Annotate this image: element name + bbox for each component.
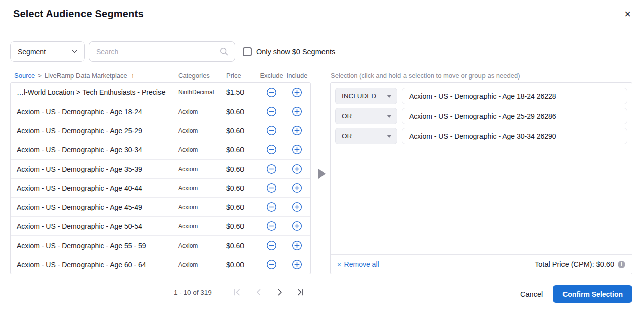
include-plus-circle-icon[interactable] [292,125,302,136]
table-row: Acxiom - US - Demographic - Age 60 - 64 … [11,255,310,274]
table-row: Acxiom - US - Demographic - Age 50-54 Ac… [11,216,310,235]
segment-category: Acxiom [177,127,223,134]
breadcrumb-source-link[interactable]: Source [14,72,35,80]
segment-name: Acxiom - US - Demographic - Age 45-49 [11,203,177,211]
segment-name: Acxiom - US - Demographic - Age 40-44 [11,184,177,192]
search-input[interactable] [96,48,220,56]
segment-category: Acxiom [177,261,223,268]
operator-dropdown[interactable]: INCLUDED [335,88,397,104]
chevron-down-icon [72,50,77,53]
segment-type-dropdown[interactable]: Segment [10,41,85,62]
include-plus-circle-icon[interactable] [292,202,302,212]
include-plus-circle-icon[interactable] [292,183,302,193]
include-plus-circle-icon[interactable] [292,240,302,251]
segment-category: Acxiom [177,185,223,192]
total-price-label: Total Price (CPM): $0.60 [535,260,614,268]
column-header-include: Include [284,72,310,80]
search-icon [220,47,228,56]
operator-dropdown[interactable]: OR [335,108,397,124]
segment-name: Acxiom - US - Demographic - Age 50-54 [11,222,177,230]
exclude-minus-circle-icon[interactable] [266,240,277,251]
exclude-minus-circle-icon[interactable] [266,106,277,117]
selection-list: INCLUDED Acxiom - US - Demographic - Age… [335,88,627,144]
transfer-arrow-icon [318,169,326,179]
first-page-icon[interactable] [227,288,248,296]
segment-type-dropdown-value: Segment [18,48,46,56]
segment-price: $0.60 [223,242,259,250]
segments-table: …l-World Location > Tech Enthusiasts - P… [10,82,311,274]
operator-dropdown-value: OR [342,112,352,120]
segment-name: …l-World Location > Tech Enthusiasts - P… [11,88,177,96]
table-row: Acxiom - US - Demographic - Age 40-44 Ac… [11,178,310,197]
exclude-minus-circle-icon[interactable] [266,202,277,212]
next-page-icon[interactable] [269,288,290,296]
last-page-icon[interactable] [290,288,311,296]
selection-panel: INCLUDED Acxiom - US - Demographic - Age… [330,82,632,274]
segment-category: Acxiom [177,108,223,115]
selected-segment[interactable]: Acxiom - US - Demographic - Age 30-34 26… [402,128,627,144]
breadcrumb-path: LiveRamp Data Marketplace [45,72,127,80]
include-plus-circle-icon[interactable] [292,144,302,155]
segment-price: $0.60 [223,165,259,173]
operator-dropdown[interactable]: OR [335,128,397,144]
include-plus-circle-icon[interactable] [292,106,302,117]
exclude-minus-circle-icon[interactable] [266,87,277,98]
column-header-categories: Categories [177,72,223,80]
pagination: 1 - 10 of 319 [174,288,311,296]
table-row: Acxiom - US - Demographic - Age 45-49 Ac… [11,197,310,216]
exclude-minus-circle-icon[interactable] [266,125,277,136]
breadcrumb: Source > LiveRamp Data Marketplace ↑ [10,72,177,80]
exclude-minus-circle-icon[interactable] [266,144,277,155]
segment-price: $1.50 [223,88,259,96]
chevron-down-icon [387,135,392,138]
operator-dropdown-value: INCLUDED [342,92,376,100]
selected-segment[interactable]: Acxiom - US - Demographic - Age 18-24 26… [402,88,627,104]
zero-segments-checkbox-label: Only show $0 Segments [256,48,335,56]
column-header-exclude: Exclude [259,72,284,80]
segment-category: Acxiom [177,146,223,153]
select-audience-segments-dialog: Select Audience Segments × Segment Only … [0,0,644,317]
segment-category: Acxiom [177,223,223,230]
segment-category: NinthDecimal [177,89,223,96]
exclude-minus-circle-icon[interactable] [266,221,277,231]
table-row: Acxiom - US - Demographic - Age 25-29 Ac… [11,121,310,140]
dialog-actions: Cancel Confirm Selection [520,285,632,303]
close-icon[interactable]: × [624,9,631,20]
segment-price: $0.60 [223,108,259,116]
segment-name: Acxiom - US - Demographic - Age 60 - 64 [11,261,177,269]
include-plus-circle-icon[interactable] [292,87,302,98]
total-price: Total Price (CPM): $0.60 i [535,260,625,268]
exclude-minus-circle-icon[interactable] [266,164,277,174]
selection-caption: Selection (click and hold a selection to… [331,72,520,80]
table-row: Acxiom - US - Demographic - Age 35-39 Ac… [11,159,310,178]
include-plus-circle-icon[interactable] [292,221,302,231]
selection-row: OR Acxiom - US - Demographic - Age 30-34… [335,128,627,144]
sort-ascending-icon[interactable]: ↑ [131,72,135,80]
segment-category: Acxiom [177,242,223,249]
filter-bar: Segment Only show $0 Segments [10,41,335,62]
selection-row: OR Acxiom - US - Demographic - Age 25-29… [335,108,627,124]
segments-table-area: Source > LiveRamp Data Marketplace ↑ Cat… [10,69,311,274]
cancel-button[interactable]: Cancel [520,290,543,298]
zero-segments-filter: Only show $0 Segments [243,47,335,56]
remove-all-button[interactable]: × Remove all [337,260,379,268]
segment-price: $0.60 [223,127,259,135]
selected-segment[interactable]: Acxiom - US - Demographic - Age 25-29 26… [402,108,627,124]
include-plus-circle-icon[interactable] [292,164,302,174]
segment-price: $0.60 [223,146,259,154]
include-plus-circle-icon[interactable] [292,259,302,270]
zero-segments-checkbox[interactable] [243,47,252,56]
previous-page-icon[interactable] [248,288,269,296]
chevron-down-icon [387,115,392,118]
exclude-minus-circle-icon[interactable] [266,183,277,193]
table-row: …l-World Location > Tech Enthusiasts - P… [11,83,310,102]
breadcrumb-separator: > [38,72,42,80]
confirm-selection-button[interactable]: Confirm Selection [553,285,632,303]
segment-category: Acxiom [177,166,223,173]
exclude-minus-circle-icon[interactable] [266,259,277,270]
selection-row: INCLUDED Acxiom - US - Demographic - Age… [335,88,627,104]
selection-footer: × Remove all Total Price (CPM): $0.60 i [331,254,632,274]
segment-price: $0.60 [223,184,259,192]
info-icon[interactable]: i [618,261,625,268]
table-row: Acxiom - US - Demographic - Age 55 - 59 … [11,235,310,255]
